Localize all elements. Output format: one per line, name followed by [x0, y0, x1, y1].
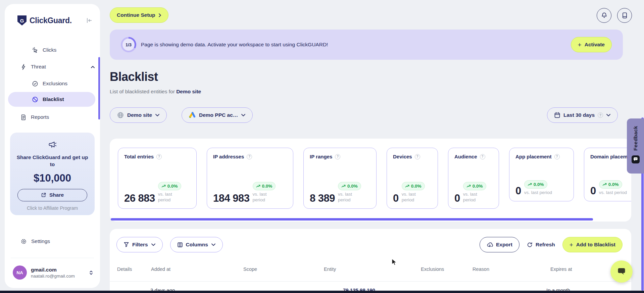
- clickguard-logo-icon: G: [17, 15, 27, 26]
- stat-delta: 0.0%: [473, 184, 483, 189]
- trend-badge: 0.0%: [599, 180, 622, 189]
- table-header-divider: [110, 281, 631, 282]
- ppc-account-selector[interactable]: Demo PPC ac…: [182, 107, 253, 123]
- sidebar-item-clicks[interactable]: Clicks: [5, 43, 95, 57]
- avatar: NA: [13, 265, 27, 280]
- columns-icon: [177, 242, 183, 248]
- filters-button[interactable]: Filters: [116, 237, 163, 252]
- feedback-label: Feedback: [633, 126, 639, 151]
- chevron-down-icon: [241, 113, 246, 117]
- continue-setup-button[interactable]: Continue Setup: [110, 7, 168, 23]
- stat-vs-label: vs. last period: [524, 190, 552, 196]
- refresh-button[interactable]: Refresh: [527, 242, 555, 248]
- activate-button[interactable]: + Activate: [571, 37, 612, 52]
- help-icon[interactable]: ?: [247, 154, 252, 159]
- help-icon[interactable]: ?: [415, 154, 420, 159]
- trend-badge: 0.0%: [253, 182, 276, 190]
- stat-label: IP ranges: [310, 154, 332, 159]
- columns-button[interactable]: Columns: [170, 237, 223, 252]
- help-icon[interactable]: ?: [156, 154, 162, 159]
- chevron-updown-icon: [89, 270, 93, 275]
- external-link-icon: [41, 192, 46, 198]
- trend-badge: 0.0%: [402, 182, 425, 190]
- help-icon[interactable]: ?: [598, 112, 603, 118]
- stat-value: 0: [590, 186, 596, 196]
- gear-icon: [20, 238, 27, 245]
- feedback-tab[interactable]: Feedback: [627, 118, 644, 174]
- sidebar-item-blacklist[interactable]: Blacklist: [8, 92, 95, 107]
- sidebar-item-settings[interactable]: Settings: [5, 234, 95, 248]
- share-label: Share: [49, 192, 64, 198]
- notifications-button[interactable]: [597, 8, 611, 23]
- stat-value: 0: [393, 193, 399, 203]
- ppc-account-value: Demo PPC ac…: [199, 112, 238, 118]
- sidebar-item-reports[interactable]: Reports: [5, 110, 95, 124]
- chevron-down-icon: [155, 113, 160, 117]
- workspace-name: gmail.com: [31, 267, 75, 273]
- lightning-icon: [20, 64, 27, 70]
- share-button[interactable]: Share: [17, 189, 87, 201]
- date-range-selector[interactable]: Last 30 days ?: [547, 107, 618, 123]
- stat-value: 8 389: [310, 193, 335, 203]
- trend-up-icon: [341, 184, 346, 188]
- date-range-value: Last 30 days: [563, 112, 595, 118]
- stat-vs-label: vs. last period: [158, 192, 179, 203]
- book-icon: [622, 12, 628, 19]
- stat-label: IP addresses: [213, 154, 244, 159]
- stat-delta: 0.0%: [608, 182, 619, 187]
- stat-card-devices: Devices? 0 0.0% vs. last period: [387, 148, 438, 209]
- site-selector[interactable]: Demo site: [110, 107, 167, 123]
- chat-widget-button[interactable]: [610, 260, 633, 283]
- chevron-up-icon[interactable]: [90, 65, 95, 69]
- help-icon[interactable]: ?: [480, 154, 485, 159]
- banner-message: Page is showing demo data. Activate your…: [141, 42, 328, 48]
- chevron-down-icon: [151, 243, 156, 246]
- sidebar-item-label: Threat: [31, 64, 46, 70]
- help-icon[interactable]: ?: [335, 154, 340, 159]
- trend-up-icon: [405, 184, 409, 188]
- trend-up-icon: [602, 183, 607, 186]
- page-subtitle-target: Demo site: [176, 89, 201, 94]
- feedback-smiley-icon: [632, 155, 640, 163]
- workspace-switcher[interactable]: NA gmail.com naatali.ro@gmail.com: [13, 263, 93, 282]
- docs-button[interactable]: [617, 8, 632, 23]
- stat-label: Total entries: [124, 154, 154, 159]
- sidebar-scroll-indicator[interactable]: [98, 57, 100, 119]
- add-to-blacklist-button[interactable]: + Add to Blacklist: [562, 237, 623, 252]
- continue-setup-label: Continue Setup: [117, 12, 155, 18]
- stat-label: Devices: [393, 154, 412, 159]
- promo-text: Share ClickGuard and get up to: [16, 154, 89, 168]
- affiliate-promo-card[interactable]: Share ClickGuard and get up to $10,000 S…: [10, 133, 95, 215]
- sidebar-item-exclusions[interactable]: Exclusions: [5, 77, 95, 91]
- sidebar-item-label: Settings: [31, 238, 50, 244]
- cloud-download-icon: [487, 242, 493, 248]
- stat-label: App placement: [515, 154, 552, 159]
- bottom-edge-bar: [0, 291, 644, 293]
- table-toolbar: Filters Columns Export Refresh: [116, 237, 623, 252]
- stat-label: Audience: [454, 154, 477, 159]
- sidebar-item-threat[interactable]: Threat: [5, 60, 95, 74]
- help-icon[interactable]: ?: [554, 154, 560, 159]
- trend-up-icon: [161, 184, 166, 188]
- promo-amount: $10,000: [16, 172, 89, 184]
- globe-icon: [117, 111, 124, 119]
- stat-card-app-placement: App placement? 0 0.0% vs. last period: [509, 148, 574, 201]
- stat-vs-label: vs. last period: [338, 192, 359, 203]
- export-button[interactable]: Export: [480, 237, 519, 252]
- trend-up-icon: [256, 184, 260, 188]
- stat-card-ip-ranges: IP ranges? 8 389 0.0% vs. last period: [303, 148, 377, 209]
- stat-vs-label: vs. last period: [463, 192, 484, 203]
- blacklist-table-panel: Filters Columns Export Refresh: [110, 229, 631, 293]
- page-subtitle: List of blacklisted entities for Demo si…: [110, 89, 201, 95]
- setup-progress-step: 1/3: [122, 39, 135, 51]
- affiliate-link-text: Click to Affiliate Program: [16, 205, 89, 211]
- blocked-icon: [32, 96, 38, 103]
- user-email: naatali.ro@gmail.com: [31, 274, 75, 279]
- stat-card-total-entries: Total entries? 26 883 0.0% vs. last peri…: [118, 148, 197, 209]
- trend-up-icon: [528, 183, 532, 186]
- horizontal-scrollbar[interactable]: [111, 218, 593, 221]
- stats-cards-row: Total entries? 26 883 0.0% vs. last peri…: [118, 148, 631, 209]
- stat-value: 184 983: [213, 193, 250, 203]
- stat-value: 0: [515, 186, 521, 196]
- collapse-sidebar-icon[interactable]: [86, 17, 93, 23]
